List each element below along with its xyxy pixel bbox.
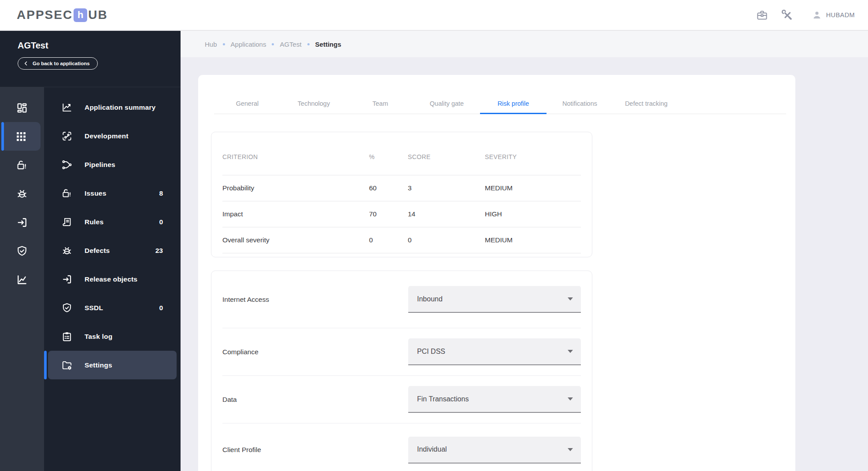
internet-access-select[interactable]: Inbound (408, 286, 581, 313)
severity-cell: HIGH (485, 210, 581, 218)
bug-icon (61, 245, 73, 256)
grid-icon (15, 130, 27, 143)
tab-quality-gate[interactable]: Quality gate (414, 93, 480, 114)
sidebar-item-label: Application summary (85, 104, 155, 111)
bug-icon (16, 188, 28, 200)
person-icon (812, 10, 822, 20)
logo-text-left: APPSEC (17, 8, 73, 22)
client-profile-select[interactable]: Individual (408, 437, 581, 464)
sidebar-item-release-objects[interactable]: Release objects (48, 265, 177, 293)
compliance-select[interactable]: PCI DSS (408, 338, 581, 365)
rail-item-lock-alert[interactable] (0, 151, 44, 179)
score-cell: 14 (408, 210, 485, 218)
table-header-row: CRITERION%SCORESEVERITY (222, 138, 581, 175)
sidebar-badge: 0 (159, 218, 163, 226)
tools-icon[interactable] (781, 9, 793, 21)
sidebar-item-pipelines[interactable]: Pipelines (48, 150, 177, 179)
sidebar-menu: Application summaryDevelopmentPipelinesI… (44, 87, 181, 471)
module-rail (0, 87, 44, 471)
sidebar-item-defects[interactable]: Defects23 (48, 236, 177, 265)
shield-check-icon (16, 245, 28, 257)
exit-icon (16, 216, 28, 229)
table-row-overall-severity: Overall severity00MEDIUM (222, 227, 581, 253)
rail-item-dashboard[interactable] (0, 93, 44, 122)
rail-item-bug[interactable] (0, 179, 44, 208)
field-label-internet-access: Internet Access (222, 296, 269, 304)
tab-team[interactable]: Team (347, 93, 414, 114)
main-content: HubApplicationsAGTestSettings GeneralTec… (181, 31, 868, 471)
risk-profile-form: Internet AccessInboundCompliancePCI DSSD… (211, 271, 592, 471)
shield-check-icon (61, 302, 73, 314)
select-value: Fin Transactions (417, 395, 469, 403)
percent-cell: 60 (369, 184, 408, 192)
tab-notifications[interactable]: Notifications (547, 93, 613, 114)
sidebar-item-label: Task log (85, 333, 112, 341)
table-body: Probability603MEDIUMImpact7014HIGHOveral… (222, 175, 581, 253)
chevron-left-icon (23, 61, 29, 66)
data-select[interactable]: Fin Transactions (408, 386, 581, 413)
sidebar-item-development[interactable]: Development (48, 122, 177, 150)
breadcrumb-separator-dot (223, 43, 225, 45)
breadcrumb-item-hub[interactable]: Hub (205, 41, 217, 48)
percent-cell: 70 (369, 210, 408, 218)
sidebar-item-ssdl[interactable]: SSDL0 (48, 293, 177, 322)
sidebar-item-label: Defects (85, 247, 110, 255)
rail-item-chart[interactable] (0, 265, 44, 294)
tab-risk-profile[interactable]: Risk profile (480, 93, 547, 114)
column-header-score: SCORE (408, 153, 485, 160)
rules-icon (61, 216, 73, 228)
line-chart-icon (61, 102, 73, 113)
field-label-client-profile: Client Profile (222, 446, 261, 454)
form-row-data: DataFin Transactions (222, 376, 581, 423)
sidebar-item-task-log[interactable]: Task log (48, 322, 177, 351)
select-value: PCI DSS (417, 348, 445, 356)
dropdown-arrow-icon (568, 297, 573, 300)
score-cell: 3 (408, 184, 485, 192)
sidebar-item-issues[interactable]: Issues8 (48, 179, 177, 208)
dev-branch-icon (61, 130, 73, 142)
breadcrumb-current: Settings (315, 41, 341, 48)
column-header-percent: % (369, 153, 408, 160)
sidebar-app-block: AGTest Go back to applications (0, 31, 181, 87)
breadcrumb-item-agtest[interactable]: AGTest (280, 41, 301, 48)
chart-icon (16, 274, 28, 286)
user-menu[interactable]: HUBADM (812, 10, 855, 20)
score-cell: 0 (408, 236, 485, 244)
clipboard-icon (61, 331, 73, 342)
criterion-cell: Probability (222, 184, 369, 192)
form-row-compliance: CompliancePCI DSS (222, 328, 581, 376)
tab-general[interactable]: General (214, 93, 281, 114)
rail-item-grid[interactable] (1, 122, 41, 151)
percent-cell: 0 (369, 236, 408, 244)
rail-item-shield-check[interactable] (0, 237, 44, 265)
form-row-internet-access: Internet AccessInbound (222, 271, 581, 328)
rail-item-exit[interactable] (0, 208, 44, 237)
sidebar-item-settings[interactable]: Settings (48, 351, 177, 379)
table-row-impact: Impact7014HIGH (222, 201, 581, 227)
briefcase-icon[interactable] (756, 9, 768, 21)
logo-h-icon: h (74, 8, 87, 22)
table-row-probability: Probability603MEDIUM (222, 175, 581, 201)
app-logo: APPSEC h UB (17, 8, 108, 22)
field-label-data: Data (222, 396, 237, 404)
sidebar-badge: 23 (155, 247, 163, 255)
pipelines-icon (61, 159, 73, 171)
form-row-client-profile: Client ProfileIndividual (222, 423, 581, 471)
tab-technology[interactable]: Technology (281, 93, 347, 114)
content-panel: GeneralTechnologyTeamQuality gateRisk pr… (198, 75, 795, 471)
go-back-button[interactable]: Go back to applications (18, 57, 98, 70)
sidebar-item-rules[interactable]: Rules0 (48, 208, 177, 236)
app-header: APPSEC h UB (0, 0, 868, 31)
header-toolbar: HUBADM (756, 9, 855, 21)
tab-defect-tracking[interactable]: Defect tracking (613, 93, 680, 114)
sidebar-item-label: SSDL (85, 304, 103, 312)
sidebar-item-label: Release objects (85, 275, 137, 283)
sidebar-item-label: Rules (85, 218, 103, 226)
breadcrumb-separator-dot (307, 43, 310, 45)
sidebar-item-application-summary[interactable]: Application summary (48, 93, 177, 122)
dropdown-arrow-icon (568, 350, 573, 353)
username: HUBADM (826, 11, 855, 19)
column-header-criterion: CRITERION (222, 153, 369, 160)
dropdown-arrow-icon (568, 448, 573, 451)
breadcrumb-item-applications[interactable]: Applications (231, 41, 266, 48)
